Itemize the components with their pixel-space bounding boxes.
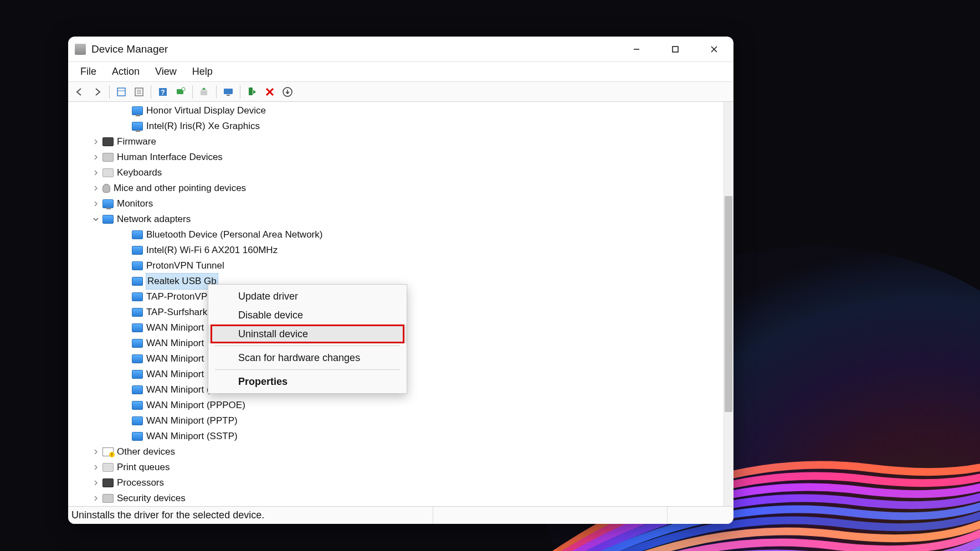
device-icon — [132, 292, 143, 301]
menu-view[interactable]: View — [148, 64, 183, 80]
minimize-icon — [633, 45, 640, 53]
device-icon — [132, 401, 143, 410]
toolbar-forward-button[interactable] — [89, 84, 106, 100]
tree-item-label: Intel(R) Iris(R) Xe Graphics — [146, 119, 260, 134]
tree-node[interactable]: Mice and other pointing devices — [68, 181, 724, 196]
device-icon — [102, 494, 114, 503]
tree-node[interactable]: Bluetooth Device (Personal Area Network) — [68, 227, 724, 243]
tree-item-label: Print queues — [117, 460, 170, 475]
toolbar-separator — [240, 85, 240, 99]
device-icon — [132, 261, 143, 270]
statusbar-segment — [667, 507, 733, 524]
tree-item-label: Bluetooth Device (Personal Area Network) — [146, 227, 322, 243]
toolbar-monitor-button[interactable] — [220, 84, 237, 100]
device-icon — [102, 153, 114, 162]
tree-node[interactable]: Honor Virtual Display Device — [68, 103, 724, 119]
tree-node[interactable]: Network adapters — [68, 212, 724, 227]
back-icon — [74, 86, 85, 97]
chevron-down-icon[interactable] — [91, 215, 100, 224]
toolbar-update-driver-button[interactable] — [196, 84, 213, 100]
chevron-right-icon[interactable] — [91, 478, 100, 487]
tree-node[interactable]: Keyboards — [68, 165, 724, 181]
tree-item-label: Network adapters — [117, 212, 191, 227]
tree-node[interactable]: Firmware — [68, 134, 724, 150]
toolbar-properties-button[interactable] — [131, 84, 147, 100]
toolbar-back-button[interactable] — [71, 84, 88, 100]
menu-file[interactable]: File — [74, 64, 103, 80]
chevron-right-icon[interactable] — [91, 184, 100, 193]
chevron-right-icon[interactable] — [91, 494, 100, 503]
tree-node[interactable]: Intel(R) Wi-Fi 6 AX201 160MHz — [68, 243, 724, 258]
device-icon — [132, 323, 143, 332]
toolbar-enable-device-button[interactable] — [244, 84, 260, 100]
context-menu-item[interactable]: Uninstall device — [208, 325, 407, 343]
context-menu: Update driverDisable deviceUninstall dev… — [208, 284, 407, 394]
tree-item-label: Honor Virtual Display Device — [146, 103, 266, 119]
toolbar-show-hide-tree-button[interactable] — [113, 84, 130, 100]
tree-node[interactable]: Security devices — [68, 491, 724, 506]
tree-item-label: WAN Miniport — [146, 367, 204, 382]
chevron-right-icon[interactable] — [91, 447, 100, 456]
context-menu-item[interactable]: Properties — [208, 372, 407, 391]
tree-node[interactable]: Intel(R) Iris(R) Xe Graphics — [68, 119, 724, 134]
menubar: File Action View Help — [68, 62, 733, 82]
maximize-icon — [671, 45, 679, 53]
statusbar: Uninstalls the driver for the selected d… — [68, 506, 733, 524]
toolbar-uninstall-button[interactable] — [279, 84, 296, 100]
scrollbar-thumb[interactable] — [725, 196, 732, 412]
toolbar-separator — [192, 85, 193, 99]
tree-item-label: WAN Miniport (PPPOE) — [146, 398, 245, 413]
chevron-right-icon[interactable] — [91, 137, 100, 146]
toolbar-help-button[interactable]: ? — [155, 84, 171, 100]
titlebar: Device Manager — [68, 37, 733, 62]
tree-item-label: TAP-ProtonVPN — [146, 289, 214, 305]
monitor-settings-icon — [223, 86, 234, 97]
chevron-right-icon[interactable] — [91, 199, 100, 208]
tree-node[interactable]: Monitors — [68, 196, 724, 212]
tree-item-label: Other devices — [117, 444, 175, 460]
context-menu-item[interactable]: Scan for hardware changes — [208, 348, 407, 367]
tree-item-label: Human Interface Devices — [117, 150, 223, 165]
enable-device-icon — [247, 86, 258, 97]
disable-device-icon — [264, 86, 275, 97]
device-icon — [132, 339, 143, 348]
svg-point-14 — [182, 87, 185, 91]
context-menu-item[interactable]: Disable device — [208, 306, 407, 325]
svg-rect-15 — [201, 90, 207, 95]
toolbar-scan-hardware-button[interactable] — [172, 84, 189, 100]
chevron-right-icon[interactable] — [91, 168, 100, 177]
tree-node[interactable]: ProtonVPN Tunnel — [68, 258, 724, 274]
close-button[interactable] — [695, 37, 733, 62]
chevron-right-icon[interactable] — [91, 463, 100, 472]
tree-node[interactable]: WAN Miniport (SSTP) — [68, 429, 724, 444]
tree-node[interactable]: Processors — [68, 475, 724, 491]
tree-item-label: WAN Miniport (PPTP) — [146, 413, 238, 429]
tree-item-label: WAN Miniport — [146, 351, 204, 367]
context-menu-separator — [215, 346, 400, 346]
context-menu-item[interactable]: Update driver — [208, 287, 407, 306]
tree-node[interactable]: WAN Miniport (PPPOE) — [68, 398, 724, 413]
svg-text:?: ? — [161, 89, 165, 96]
scrollbar-track[interactable] — [724, 102, 733, 506]
device-icon — [102, 199, 114, 208]
menu-action[interactable]: Action — [105, 64, 146, 80]
minimize-button[interactable] — [617, 37, 656, 62]
window-controls — [617, 37, 733, 62]
toolbar-disable-device-button[interactable] — [261, 84, 278, 100]
device-icon — [102, 215, 114, 224]
device-icon — [132, 106, 143, 115]
device-icon — [102, 447, 114, 456]
context-menu-separator — [215, 369, 400, 370]
tree-item-label: ProtonVPN Tunnel — [146, 258, 224, 274]
tree-node[interactable]: Print queues — [68, 460, 724, 475]
menu-help[interactable]: Help — [186, 64, 219, 80]
maximize-button[interactable] — [656, 37, 695, 62]
tree-item-label: Intel(R) Wi-Fi 6 AX201 160MHz — [146, 243, 278, 258]
tree-node[interactable]: WAN Miniport (PPTP) — [68, 413, 724, 429]
device-manager-window: Device Manager File Action View Help ? — [68, 37, 733, 524]
tree-item-label: Security devices — [117, 491, 186, 506]
tree-node[interactable]: Human Interface Devices — [68, 150, 724, 165]
help-icon: ? — [157, 86, 168, 97]
chevron-right-icon[interactable] — [91, 153, 100, 162]
tree-node[interactable]: Other devices — [68, 444, 724, 460]
